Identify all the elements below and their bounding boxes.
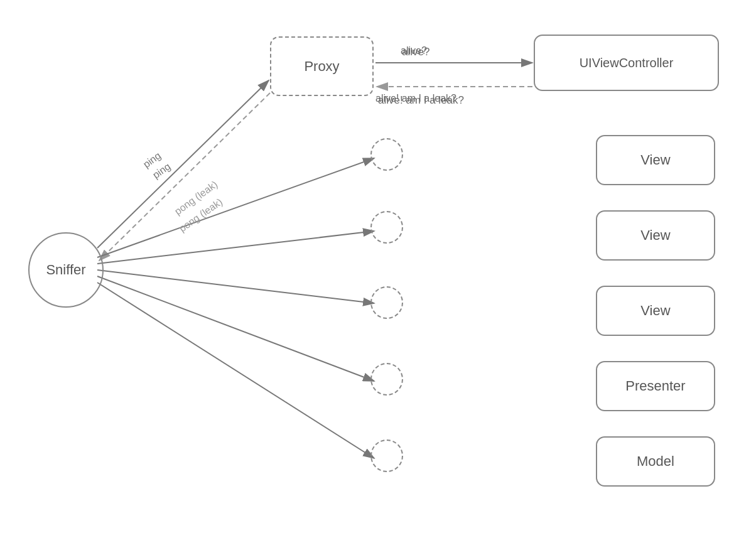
- mid-circle-1: [370, 138, 403, 171]
- proxy-label: Proxy: [304, 58, 339, 75]
- view1-node: View: [596, 135, 715, 185]
- uivc-label: UIViewController: [580, 56, 674, 70]
- mid-circle-2: [370, 211, 403, 244]
- view2-label: View: [640, 227, 670, 244]
- presenter-label: Presenter: [625, 378, 685, 394]
- sniffer-label: Sniffer: [46, 262, 85, 278]
- proxy-to-sniffer-pong-arrow: [99, 93, 270, 261]
- uivc-node: UIViewController: [534, 35, 719, 91]
- mid-circle-4: [370, 363, 403, 396]
- proxy-node: Proxy: [270, 36, 374, 96]
- diagram: alive? alive! am I a leak? ping pong (le…: [0, 0, 756, 555]
- presenter-node: Presenter: [596, 361, 715, 411]
- view1-label: View: [640, 152, 670, 168]
- alive-answer-overlay: alive! am I a leak?: [375, 93, 456, 104]
- view3-label: View: [640, 303, 670, 319]
- mid-circle-5: [370, 439, 403, 472]
- view2-node: View: [596, 210, 715, 261]
- sniffer-node: Sniffer: [28, 232, 104, 308]
- alive-question-overlay: alive?: [401, 45, 427, 57]
- sniffer-to-circle2-arrow: [97, 231, 374, 264]
- view3-node: View: [596, 286, 715, 336]
- sniffer-to-circle3-arrow: [97, 270, 374, 303]
- model-node: Model: [596, 436, 715, 487]
- mid-circle-3: [370, 286, 403, 319]
- sniffer-to-circle4-arrow: [97, 276, 374, 381]
- sniffer-to-circle5-arrow: [97, 283, 374, 458]
- model-label: Model: [637, 453, 674, 470]
